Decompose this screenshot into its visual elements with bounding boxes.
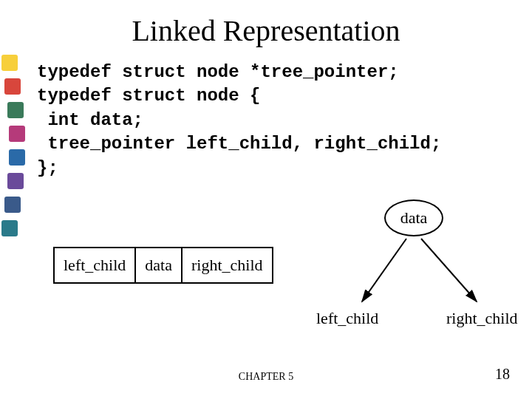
accent-stripe [4, 197, 21, 213]
code-block: typedef struct node *tree_pointer; typed… [37, 61, 441, 180]
svg-line-1 [421, 239, 477, 301]
accent-stripe [1, 55, 18, 71]
table-cell-right-child: right_child [183, 248, 272, 282]
tree-arrows [347, 235, 495, 309]
tree-root-node: data [384, 200, 443, 236]
svg-line-0 [362, 239, 406, 301]
accent-stripe [9, 149, 25, 166]
code-line: typedef struct node *tree_pointer; [37, 62, 399, 82]
accent-stripe [7, 173, 24, 189]
footer-chapter: CHAPTER 5 [0, 371, 532, 383]
accent-stripe [9, 126, 25, 142]
tree-left-child-label: left_child [316, 309, 378, 328]
tree-diagram: data left_child right_child [318, 192, 525, 340]
code-line: typedef struct node { [37, 86, 260, 106]
tree-root-label: data [400, 208, 428, 228]
accent-stripe [4, 78, 21, 95]
code-line: int data; [37, 110, 143, 130]
tree-right-child-label: right_child [446, 309, 518, 328]
table-cell-data: data [136, 248, 183, 282]
table-cell-left-child: left_child [55, 248, 136, 282]
code-line: }; [37, 158, 58, 178]
accent-stripe [1, 220, 18, 236]
slide-title: Linked Representation [0, 13, 532, 48]
node-struct-table: left_child data right_child [53, 247, 273, 284]
footer-page-number: 18 [495, 366, 510, 383]
slide-accent-sidebar [0, 0, 27, 399]
code-line: tree_pointer left_child, right_child; [37, 134, 441, 154]
accent-stripe [7, 102, 24, 118]
